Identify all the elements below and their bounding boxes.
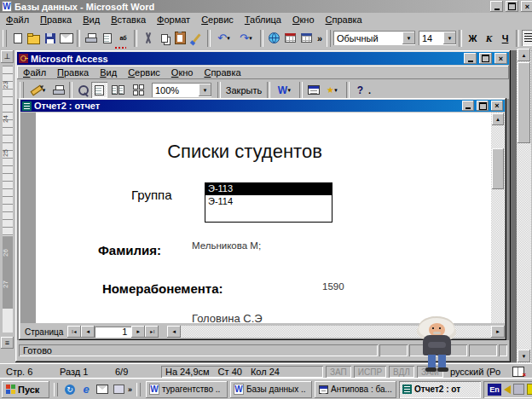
task-button-2[interactable]: W Базы данных ..: [230, 381, 312, 398]
database-window-icon[interactable]: [305, 82, 321, 98]
cut-icon[interactable]: [140, 30, 156, 46]
report-vscrollbar[interactable]: ▲: [491, 113, 505, 323]
task-button-active[interactable]: Отчет2 : от: [399, 381, 481, 398]
design-view-icon[interactable]: ▼: [26, 82, 50, 98]
group-listbox[interactable]: Э-113 Э-114: [205, 182, 332, 223]
zoom-magnifier-icon[interactable]: [75, 82, 91, 98]
print-preview-icon[interactable]: [99, 30, 115, 46]
align-left-button[interactable]: [522, 30, 532, 46]
scroll-down-button[interactable]: ▼: [518, 350, 530, 362]
next-page-button[interactable]: ►: [131, 326, 145, 338]
hscroll-right-button[interactable]: ►: [491, 326, 505, 338]
page-number-input[interactable]: 1: [95, 327, 131, 338]
print-icon[interactable]: [83, 30, 99, 46]
formatting-toolbar-grip[interactable]: [327, 30, 331, 47]
access-close-button[interactable]: ×: [494, 53, 507, 64]
word-menu-file[interactable]: Файл: [1, 13, 35, 26]
underline-button[interactable]: Ч: [497, 30, 513, 46]
outlook-express-icon[interactable]: [95, 383, 109, 396]
report-titlebar[interactable]: Отчет2 : отчет ×: [20, 100, 505, 112]
report-maximize-button[interactable]: [477, 101, 489, 111]
word-menu-edit[interactable]: Правка: [35, 13, 78, 26]
tasks-grip[interactable]: [136, 383, 141, 396]
status-flag-rec[interactable]: ЗАП: [326, 366, 351, 378]
first-page-button[interactable]: Ι◄: [67, 326, 81, 338]
toolbar-overflow-button[interactable]: »: [315, 30, 325, 46]
internet-explorer-icon[interactable]: e: [79, 383, 93, 396]
report-close-button[interactable]: ×: [491, 101, 503, 111]
word-menu-insert[interactable]: Вставка: [106, 13, 152, 26]
volume-icon[interactable]: [504, 385, 511, 394]
status-flag-ext[interactable]: ВДЛ: [389, 366, 414, 378]
copy-icon[interactable]: [156, 30, 172, 46]
tab-selector-icon[interactable]: ⊥: [1, 50, 14, 63]
bold-button[interactable]: Ж: [465, 30, 481, 46]
format-painter-icon[interactable]: [188, 30, 205, 46]
report-scroll-thumb[interactable]: [492, 148, 504, 189]
access-menu-tools[interactable]: Сервис: [123, 66, 166, 79]
access-menu-edit[interactable]: Правка: [52, 66, 95, 79]
italic-button[interactable]: К: [481, 30, 497, 46]
word-menu-table[interactable]: Таблица: [240, 13, 287, 26]
word-restore-button[interactable]: [506, 1, 518, 12]
access-print-icon[interactable]: [50, 82, 66, 98]
view-buttons[interactable]: ≡: [1, 337, 14, 349]
word-menu-help[interactable]: Справка: [321, 13, 368, 26]
hscroll-left-button[interactable]: ◄: [167, 326, 181, 338]
start-button[interactable]: Пуск: [2, 381, 49, 398]
new-object-icon[interactable]: ★▼: [321, 82, 344, 98]
report-minimize-button[interactable]: [462, 101, 474, 111]
task-button-3[interactable]: Антипова : ба...: [315, 381, 396, 398]
close-preview-button[interactable]: Закрыть: [223, 82, 264, 98]
listbox-item[interactable]: Э-114: [205, 195, 332, 208]
zoom-combobox[interactable]: 100%▼: [152, 83, 211, 97]
access-menu-window[interactable]: Окно: [166, 66, 200, 79]
language-indicator[interactable]: En: [488, 384, 501, 396]
access-titlebar[interactable]: Microsoft Access ×: [17, 52, 509, 65]
quicklaunch-overflow[interactable]: »: [128, 385, 132, 394]
officelinks-word-icon[interactable]: W▼: [273, 82, 297, 98]
previous-page-button[interactable]: ◄: [81, 326, 95, 338]
paste-icon[interactable]: [172, 30, 188, 46]
access-menu-file[interactable]: Файл: [18, 66, 52, 79]
style-combobox[interactable]: Обычный▼: [333, 31, 415, 45]
one-page-icon[interactable]: [91, 82, 107, 98]
channels-icon[interactable]: ↻: [63, 383, 77, 396]
scroll-up-button[interactable]: ▲: [518, 49, 530, 61]
two-pages-icon[interactable]: [107, 82, 128, 98]
listbox-item-selected[interactable]: Э-113: [205, 182, 332, 195]
word-menu-window[interactable]: Окно: [287, 13, 321, 26]
report-scroll-up-button[interactable]: ▲: [492, 113, 504, 125]
toolbar-grip[interactable]: [3, 30, 7, 47]
redo-icon[interactable]: ↷▼: [235, 30, 257, 46]
access-maximize-button[interactable]: [479, 53, 492, 64]
email-icon[interactable]: [58, 30, 74, 46]
access-menu-view[interactable]: Вид: [95, 66, 123, 79]
access-menu-help[interactable]: Справка: [199, 66, 246, 79]
save-icon[interactable]: [42, 30, 58, 46]
office-assistant[interactable]: [415, 316, 460, 373]
word-vscrollbar[interactable]: ▲ ▼: [517, 49, 531, 363]
font-size-combobox[interactable]: 14▼: [419, 31, 456, 45]
tray-icon-power[interactable]: [527, 384, 532, 395]
undo-icon[interactable]: ↶▼: [213, 30, 235, 46]
task-button-1[interactable]: W турагентство ..: [146, 381, 228, 398]
show-desktop-icon[interactable]: [112, 383, 125, 396]
insert-table-icon[interactable]: [298, 30, 315, 46]
last-page-button[interactable]: ►Ι: [145, 326, 159, 338]
word-menu-format[interactable]: Формат: [152, 13, 196, 26]
open-folder-icon[interactable]: [26, 30, 42, 46]
word-minimize-button[interactable]: [490, 1, 503, 12]
word-menu-tools[interactable]: Сервис: [196, 13, 240, 26]
tables-borders-icon[interactable]: [282, 30, 298, 46]
access-toolbar-grip[interactable]: [20, 82, 24, 99]
word-menu-view[interactable]: Вид: [78, 13, 106, 26]
insert-hyperlink-icon[interactable]: [266, 30, 282, 46]
new-document-icon[interactable]: [9, 30, 26, 46]
multiple-pages-icon[interactable]: [128, 82, 148, 98]
status-flag-track[interactable]: ИСПР: [354, 366, 386, 378]
spelling-icon[interactable]: аб: [115, 30, 131, 46]
word-close-button[interactable]: ×: [521, 1, 532, 12]
quicklaunch-grip[interactable]: [54, 383, 58, 396]
scroll-thumb[interactable]: [518, 62, 530, 143]
